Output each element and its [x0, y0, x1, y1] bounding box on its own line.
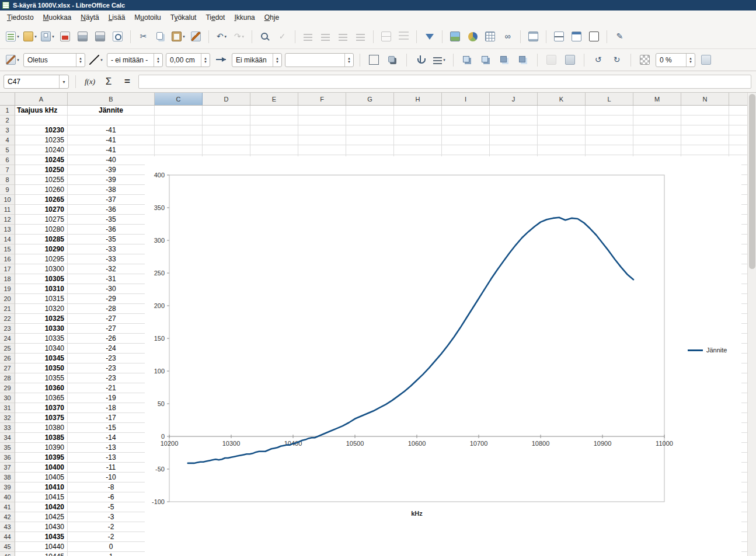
cell-A29[interactable]: 10360 [15, 383, 68, 393]
split-window-button[interactable] [551, 29, 567, 45]
freeze-panes-button[interactable] [569, 29, 584, 45]
insert-image-button[interactable] [447, 29, 463, 45]
row-header-10[interactable]: 10 [0, 195, 15, 205]
row-header-37[interactable]: 37 [0, 463, 15, 473]
style-combo[interactable]: Oletus ▲▼ [23, 53, 85, 67]
save-button[interactable]: ▾ [40, 29, 55, 45]
row-header-25[interactable]: 25 [0, 344, 15, 354]
spinner-icon[interactable]: ▲▼ [273, 54, 281, 67]
cell-A18[interactable]: 10305 [15, 274, 68, 284]
cell-A28[interactable]: 10355 [15, 373, 68, 383]
new-document-button[interactable]: ▾ [5, 29, 20, 45]
cell-A36[interactable]: 10395 [15, 453, 68, 463]
export-pdf-button[interactable] [57, 29, 73, 45]
cell-B19[interactable]: -30 [68, 284, 155, 294]
cell-B15[interactable]: -33 [68, 244, 155, 254]
row-header-19[interactable]: 19 [0, 284, 15, 294]
cell-B41[interactable]: -5 [68, 502, 155, 512]
row-header-42[interactable]: 42 [0, 512, 15, 522]
cell-B36[interactable]: -13 [68, 453, 155, 463]
gradient-button[interactable] [698, 52, 714, 68]
cell-A13[interactable]: 10280 [15, 225, 68, 235]
cell-B8[interactable]: -39 [68, 175, 155, 185]
cell-B17[interactable]: -32 [68, 264, 155, 274]
cell-B10[interactable]: -37 [68, 195, 155, 205]
cell-B14[interactable]: -35 [68, 235, 155, 244]
bring-to-front-button[interactable] [459, 52, 475, 68]
column-header-M[interactable]: M [633, 93, 681, 105]
transparency-type-button[interactable] [637, 52, 653, 68]
cell-A39[interactable]: 10410 [15, 482, 68, 492]
vertical-scrollbar[interactable] [747, 93, 756, 556]
row-header-26[interactable]: 26 [0, 354, 15, 363]
cell-A31[interactable]: 10370 [15, 403, 68, 413]
row-header-1[interactable]: 1 [0, 106, 15, 116]
cell-B31[interactable]: -18 [68, 403, 155, 413]
cell-B46[interactable]: 1 [68, 552, 155, 556]
cell-A37[interactable]: 10400 [15, 463, 68, 473]
row-header-46[interactable]: 46 [0, 552, 15, 556]
cell-B3[interactable]: -41 [68, 125, 155, 135]
cell-A10[interactable]: 10265 [15, 195, 68, 205]
copy-button[interactable] [153, 29, 169, 45]
send-backward-button[interactable] [497, 52, 513, 68]
cell-B5[interactable]: -41 [68, 145, 155, 155]
arrow-style-button[interactable] [213, 52, 229, 68]
headers-footers-button[interactable] [525, 29, 541, 45]
cell-A43[interactable]: 10430 [15, 522, 68, 532]
cell-A33[interactable]: 10380 [15, 423, 68, 433]
cell-A14[interactable]: 10285 [15, 235, 68, 244]
row-header-15[interactable]: 15 [0, 244, 15, 254]
cell-A2[interactable] [15, 116, 68, 125]
insert-hyperlink-button[interactable]: ∞ [500, 29, 515, 45]
paste-button[interactable]: ▾ [170, 29, 186, 45]
cell-A25[interactable]: 10340 [15, 344, 68, 354]
cell-A41[interactable]: 10420 [15, 502, 68, 512]
cell-A15[interactable]: 10290 [15, 244, 68, 254]
column-header-G[interactable]: G [346, 93, 394, 105]
styles-button[interactable]: ▾ [5, 52, 20, 68]
cell-B28[interactable]: -23 [68, 373, 155, 383]
column-header-B[interactable]: B [68, 93, 155, 105]
menu-nyt[interactable]: Näytä [76, 12, 103, 23]
line-color-button[interactable]: ▾ [88, 52, 104, 68]
row-header-20[interactable]: 20 [0, 294, 15, 304]
row-header-16[interactable]: 16 [0, 254, 15, 264]
menu-ikkuna[interactable]: Ikkuna [229, 12, 259, 23]
spinner-icon[interactable]: ▲▼ [201, 54, 210, 67]
select-all-corner[interactable] [0, 93, 15, 105]
cell-A7[interactable]: 10250 [15, 165, 68, 175]
cell-A23[interactable]: 10330 [15, 324, 68, 334]
rotate-left-button[interactable]: ↺ [590, 52, 606, 68]
row-header-35[interactable]: 35 [0, 443, 15, 453]
send-to-back-button[interactable] [515, 52, 531, 68]
formula-button[interactable]: = [120, 74, 135, 89]
cell-B43[interactable]: -2 [68, 522, 155, 532]
cell-B29[interactable]: -21 [68, 383, 155, 393]
cell-A35[interactable]: 10390 [15, 443, 68, 453]
menu-tiedosto[interactable]: Tiedosto [2, 12, 39, 23]
crop-button[interactable] [366, 52, 382, 68]
row-header-30[interactable]: 30 [0, 393, 15, 403]
cell-B2[interactable] [68, 116, 155, 125]
column-header-D[interactable]: D [203, 93, 250, 105]
row-header-44[interactable]: 44 [0, 532, 15, 542]
row-header-12[interactable]: 12 [0, 215, 15, 225]
undo-button[interactable]: ↶▾ [214, 29, 229, 45]
cell-B34[interactable]: -14 [68, 433, 155, 443]
row-header-11[interactable]: 11 [0, 205, 15, 215]
in-background-button[interactable] [562, 52, 578, 68]
menu-tiedot[interactable]: Tiedot [201, 12, 229, 23]
cell-B24[interactable]: -26 [68, 334, 155, 344]
function-wizard-button[interactable]: f(x) [82, 74, 97, 89]
title-bar[interactable]: S-käyrä 1000V.xlsx - LibreOffice Calc [0, 0, 756, 11]
print-button[interactable] [92, 29, 108, 45]
column-header-C[interactable]: C [155, 93, 203, 105]
cell-A5[interactable]: 10240 [15, 145, 68, 155]
cell-A38[interactable]: 10405 [15, 473, 68, 482]
shadow-button[interactable] [385, 52, 400, 68]
menu-lis[interactable]: Lisää [104, 12, 130, 23]
row-header-43[interactable]: 43 [0, 522, 15, 532]
cell-A32[interactable]: 10375 [15, 413, 68, 423]
cell-B16[interactable]: -33 [68, 254, 155, 264]
